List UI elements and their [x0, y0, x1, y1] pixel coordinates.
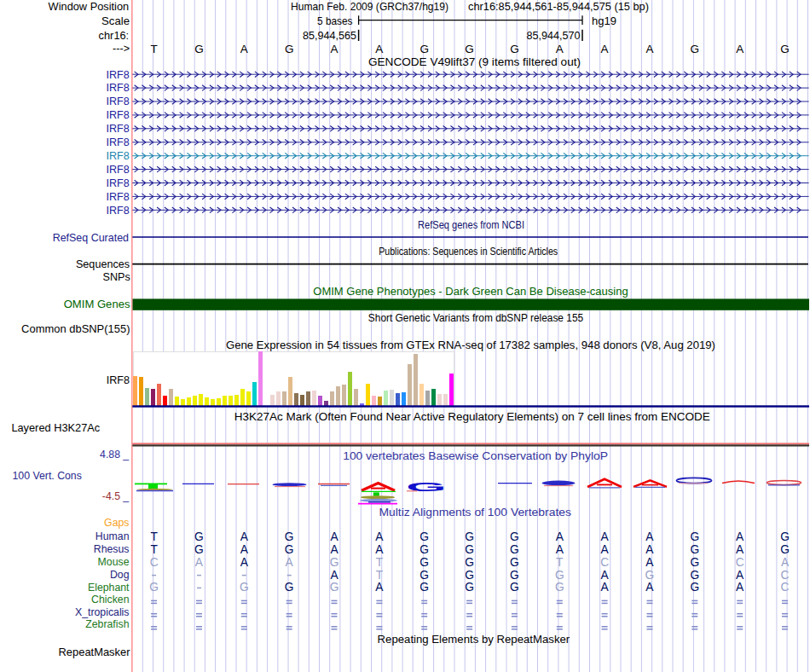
svg-text:hg19: hg19 [592, 14, 616, 27]
svg-text:85,944,570: 85,944,570 [527, 29, 581, 42]
svg-text:X_tropicalis: X_tropicalis [75, 606, 130, 618]
svg-text:G: G [285, 43, 294, 55]
svg-text:G: G [419, 581, 429, 594]
svg-text:IRF8: IRF8 [106, 69, 129, 81]
svg-text:Human Feb. 2009 (GRCh37/hg19): Human Feb. 2009 (GRCh37/hg19) [291, 0, 448, 13]
svg-text:C: C [150, 556, 159, 569]
svg-text:G: G [194, 543, 204, 556]
svg-text:G: G [690, 556, 699, 569]
svg-text:G: G [419, 543, 429, 556]
svg-text:_: _ [122, 490, 129, 502]
svg-text:G: G [285, 581, 294, 594]
svg-text:IRF8: IRF8 [106, 164, 129, 176]
svg-text:G: G [240, 581, 249, 594]
svg-text:Layered H3K27Ac: Layered H3K27Ac [11, 422, 100, 434]
svg-text:A: A [645, 543, 654, 556]
svg-text:G: G [690, 530, 699, 543]
svg-text:G: G [465, 43, 474, 55]
svg-text:A: A [330, 569, 338, 582]
svg-text:A: A [601, 543, 610, 556]
svg-text:G: G [555, 569, 564, 582]
svg-text:Human: Human [95, 530, 130, 542]
svg-text:G: G [510, 43, 519, 55]
svg-text:Sequences: Sequences [76, 258, 130, 270]
svg-text:A: A [240, 43, 248, 55]
svg-text:G: G [691, 43, 700, 55]
svg-text:100 Vert. Cons: 100 Vert. Cons [13, 470, 82, 482]
svg-text:Publications: Sequences in Sci: Publications: Sequences in Scientific Ar… [379, 246, 558, 258]
svg-text:Repeating Elements by RepeatMa: Repeating Elements by RepeatMasker [378, 634, 570, 646]
svg-text:A: A [240, 530, 249, 543]
svg-text:A: A [645, 581, 654, 594]
svg-text:_: _ [122, 449, 129, 461]
svg-text:A: A [240, 543, 249, 556]
svg-text:G: G [330, 556, 339, 569]
svg-text:G: G [780, 543, 790, 556]
svg-text:A: A [240, 556, 249, 569]
svg-text:A: A [375, 530, 384, 543]
svg-text:RefSeq Curated: RefSeq Curated [53, 232, 129, 244]
svg-text:IRF8: IRF8 [106, 150, 129, 162]
svg-text:G: G [419, 556, 429, 569]
svg-text:H3K27Ac Mark (Often Found Near: H3K27Ac Mark (Often Found Near Active Re… [234, 411, 710, 423]
svg-text:G: G [149, 581, 159, 594]
svg-text:A: A [375, 581, 384, 594]
svg-text:A: A [330, 543, 338, 556]
svg-text:G: G [406, 480, 446, 494]
svg-text:GENCODE V49lift37 (9 items fil: GENCODE V49lift37 (9 items filtered out) [368, 56, 581, 68]
svg-text:Chicken: Chicken [91, 594, 130, 605]
svg-text:A: A [601, 530, 610, 543]
svg-text:G: G [645, 569, 655, 582]
svg-text:A: A [601, 43, 609, 55]
svg-text:G: G [690, 569, 699, 582]
svg-text:--->: ---> [113, 43, 130, 55]
svg-text:G: G [780, 530, 790, 543]
svg-text:C: C [600, 556, 609, 569]
svg-text:85,944,565: 85,944,565 [303, 29, 356, 42]
svg-text:T: T [376, 556, 384, 569]
svg-text:T: T [150, 530, 158, 543]
svg-text:A: A [601, 581, 610, 594]
svg-text:A: A [330, 530, 338, 543]
svg-text:G: G [285, 543, 294, 556]
svg-text:-4.5: -4.5 [102, 490, 120, 502]
svg-text:OMIM Genes: OMIM Genes [64, 298, 130, 310]
svg-text:Window Position: Window Position [49, 1, 130, 13]
svg-text:chr16:85,944,561-85,944,575 (1: chr16:85,944,561-85,944,575 (15 bp) [468, 0, 649, 13]
svg-text:G: G [510, 581, 519, 594]
svg-text:IRF8: IRF8 [106, 82, 129, 94]
svg-text:C: C [736, 556, 744, 569]
svg-text:Gene Expression in 54 tissues: Gene Expression in 54 tissues from GTEx … [226, 339, 715, 351]
svg-text:A: A [736, 43, 743, 55]
svg-text:G: G [510, 543, 519, 556]
svg-text:A: A [736, 581, 744, 594]
svg-text:G: G [465, 543, 474, 556]
svg-text:G: G [419, 530, 429, 543]
svg-text:A: A [645, 530, 654, 543]
svg-text:G: G [419, 43, 429, 55]
svg-text:G: G [510, 530, 519, 543]
svg-text:C: C [781, 569, 790, 582]
svg-text:C: C [781, 581, 790, 594]
svg-text:G: G [465, 569, 474, 582]
svg-text:SNPs: SNPs [102, 271, 130, 283]
svg-text:G: G [465, 530, 474, 543]
svg-text:T: T [151, 43, 158, 55]
svg-text:chr16:: chr16: [99, 30, 130, 42]
svg-text:G: G [465, 556, 474, 569]
svg-text:Dog: Dog [110, 569, 130, 581]
svg-text:A: A [556, 530, 564, 543]
svg-text:OMIM Gene Phenotypes - Dark Gr: OMIM Gene Phenotypes - Dark Green Can Be… [313, 286, 628, 298]
svg-text:G: G [194, 43, 204, 55]
svg-text:IRF8: IRF8 [106, 109, 129, 121]
svg-text:A: A [556, 43, 564, 55]
svg-text:A: A [331, 43, 338, 55]
svg-text:Zebrafish: Zebrafish [85, 618, 129, 630]
svg-text:IRF8: IRF8 [106, 96, 129, 107]
svg-text:A: A [736, 530, 744, 543]
svg-text:A: A [601, 569, 610, 582]
svg-text:G: G [194, 530, 204, 543]
svg-text:Gaps: Gaps [104, 517, 129, 529]
svg-text:G: G [690, 581, 699, 594]
svg-text:IRF8: IRF8 [106, 177, 129, 189]
